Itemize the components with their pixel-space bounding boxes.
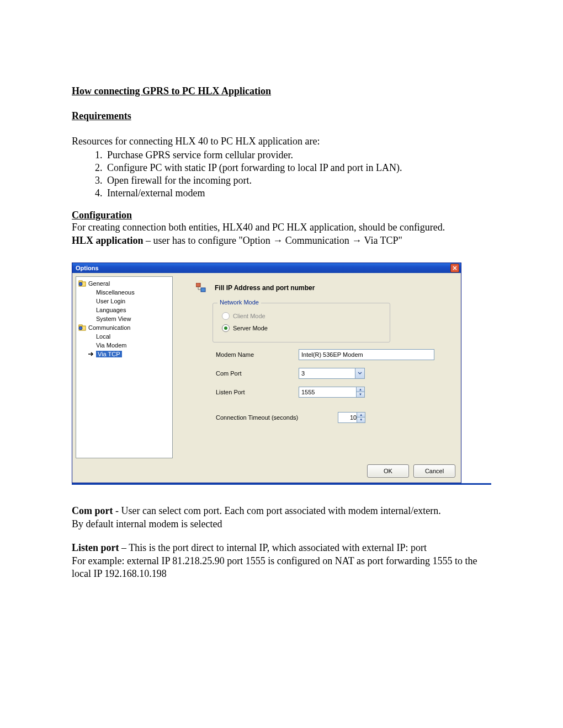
chevron-up-icon: ▲ xyxy=(357,387,364,393)
network-icon xyxy=(196,283,206,293)
folder-icon xyxy=(78,324,86,331)
options-dialog: Options General Miscellaneous User Login… xyxy=(72,263,461,483)
tree-node-via-tcp[interactable]: Via TCP xyxy=(77,350,171,358)
tree-node-languages[interactable]: Languages xyxy=(77,306,171,314)
close-icon[interactable] xyxy=(450,264,459,272)
requirements-intro: Resources for connecting HLX 40 to PC HL… xyxy=(72,135,491,148)
listen-port-explain: Listen port – This is the port direct to… xyxy=(72,542,491,554)
com-port-select[interactable]: 3 xyxy=(299,368,365,379)
com-port-explain: Com port - User can select com port. Eac… xyxy=(72,505,491,517)
tree-label-selected: Via TCP xyxy=(96,351,122,357)
svg-rect-7 xyxy=(201,288,205,292)
tree-label: User Login xyxy=(96,298,125,304)
svg-rect-6 xyxy=(196,283,200,287)
listen-port-rest: – This is the port direct to internal IP… xyxy=(119,542,427,553)
radio-icon xyxy=(222,312,230,320)
options-right-pane: Fill IP Address and port number Network … xyxy=(180,276,458,458)
chevron-down-icon: ▼ xyxy=(357,392,364,397)
tree-label: Languages xyxy=(96,307,126,313)
tree-label: System View xyxy=(96,315,131,322)
section-title: Fill IP Address and port number xyxy=(215,284,315,292)
hlx-app-rest: – user has to configure "Option → Commun… xyxy=(144,235,402,246)
tree-label: Miscellaneous xyxy=(96,289,135,296)
svg-point-5 xyxy=(79,326,82,330)
tree-node-communication[interactable]: Communication xyxy=(77,323,171,332)
tree-node-miscellaneous[interactable]: Miscellaneous xyxy=(77,288,171,297)
tree-label: General xyxy=(88,280,110,287)
fieldset-legend: Network Mode xyxy=(217,299,261,306)
tree-node-via-modem[interactable]: Via Modem xyxy=(77,341,171,350)
list-item: Purchase GPRS service form cellular prov… xyxy=(105,149,491,162)
network-mode-fieldset: Network Mode Client Mode Server Mode xyxy=(213,303,390,342)
connection-timeout-label: Connection Timeout (seconds) xyxy=(216,414,298,421)
spinner-buttons[interactable]: ▲ ▼ xyxy=(357,413,365,422)
radio-label: Server Mode xyxy=(233,325,268,331)
tree-node-local[interactable]: Local xyxy=(77,332,171,341)
folder-icon xyxy=(78,280,86,287)
tree-label: Communication xyxy=(88,324,130,331)
tree-label: Via Modem xyxy=(96,342,126,349)
radio-label: Client Mode xyxy=(233,313,265,319)
modem-name-label: Modem Name xyxy=(216,351,299,358)
cancel-button[interactable]: Cancel xyxy=(413,464,455,478)
tree-node-user-login[interactable]: User Login xyxy=(77,297,171,306)
spinner-buttons[interactable]: ▲ ▼ xyxy=(356,387,364,397)
list-item: Internal/external modem xyxy=(105,187,491,200)
listen-port-stepper[interactable]: 1555 ▲ ▼ xyxy=(299,387,365,398)
listen-port-example: For example: external IP 81.218.25.90 po… xyxy=(72,555,491,580)
dialog-footer: OK Cancel xyxy=(72,459,461,483)
listen-port-label: Listen Port xyxy=(216,389,299,395)
options-tree[interactable]: General Miscellaneous User Login Languag… xyxy=(76,276,173,458)
dialog-titlebar[interactable]: Options xyxy=(72,263,461,273)
com-port-rest: - User can select com port. Each com por… xyxy=(113,505,441,516)
list-item: Configure PC with static IP (port forwar… xyxy=(105,162,491,174)
tree-label: Local xyxy=(96,333,110,340)
dialog-title: Options xyxy=(76,265,99,271)
connection-timeout-stepper[interactable]: 10 ▲ ▼ xyxy=(338,412,365,423)
configuration-text: For creating connection both entities, H… xyxy=(72,221,491,234)
list-item: Open firewall for the incoming port. xyxy=(105,174,491,187)
chevron-down-icon: ▼ xyxy=(357,417,365,422)
configuration-hlx-text: HLX application – user has to configure … xyxy=(72,234,491,247)
com-port-default-text: By default internal modem is selected xyxy=(72,518,491,531)
com-port-label-text: Com port xyxy=(72,505,113,516)
requirements-heading: Requirements xyxy=(72,110,491,122)
ok-button[interactable]: OK xyxy=(367,464,409,478)
radio-server-mode[interactable]: Server Mode xyxy=(222,322,384,334)
tree-node-system-view[interactable]: System View xyxy=(77,314,171,323)
radio-client-mode[interactable]: Client Mode xyxy=(222,310,384,322)
document-title: How connecting GPRS to PC HLX Applicatio… xyxy=(72,85,491,97)
requirements-list: Purchase GPRS service form cellular prov… xyxy=(105,149,491,200)
chevron-down-icon xyxy=(355,368,364,378)
modem-name-input[interactable]: Intel(R) 536EP Modem xyxy=(299,349,434,360)
radio-icon xyxy=(222,324,230,332)
svg-point-2 xyxy=(79,282,82,286)
com-port-label: Com Port xyxy=(216,370,299,377)
configuration-heading: Configuration xyxy=(72,210,491,221)
arrow-right-icon xyxy=(87,351,95,357)
listen-port-label-text: Listen port xyxy=(72,542,119,553)
chevron-up-icon: ▲ xyxy=(357,413,365,418)
hlx-app-label: HLX application xyxy=(72,235,144,246)
tree-node-general[interactable]: General xyxy=(77,279,171,288)
